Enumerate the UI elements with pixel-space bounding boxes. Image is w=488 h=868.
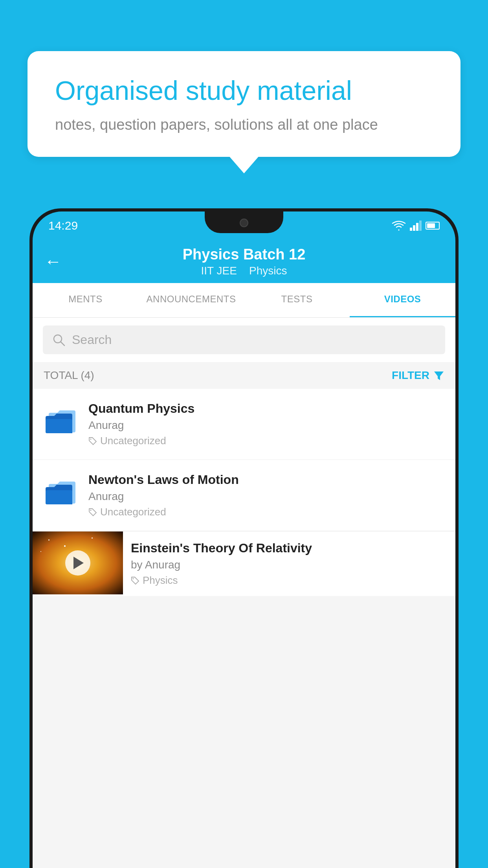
video-title-3: Einstein's Theory Of Relativity — [131, 541, 446, 555]
star-4 — [40, 551, 41, 552]
bubble-subtitle: notes, question papers, solutions all at… — [55, 116, 433, 133]
phone-frame: 14:29 — [29, 208, 459, 868]
video-info-2: Newton's Laws of Motion Anurag Uncategor… — [88, 473, 444, 518]
folder-icon — [46, 405, 77, 433]
svg-rect-8 — [46, 419, 72, 433]
play-triangle — [73, 557, 84, 569]
video-author-3: by Anurag — [131, 559, 446, 571]
status-time: 14:29 — [48, 219, 78, 232]
tab-bar: MENTS ANNOUNCEMENTS TESTS VIDEOS — [33, 283, 455, 318]
search-input-wrap[interactable]: Search — [43, 326, 445, 354]
header-tag2: Physics — [249, 265, 287, 277]
video-tag-2: Uncategorized — [88, 506, 444, 518]
header-title: Physics Batch 12 — [183, 246, 306, 263]
tag-icon — [88, 508, 97, 517]
tag-icon — [88, 437, 97, 445]
svg-point-9 — [90, 438, 92, 440]
header-tag1: IIT JEE — [201, 265, 237, 277]
search-icon — [52, 333, 66, 347]
video-info-3: Einstein's Theory Of Relativity by Anura… — [123, 531, 455, 596]
signal-icon — [410, 221, 422, 231]
svg-point-14 — [133, 578, 134, 579]
folder-icon — [46, 476, 77, 504]
svg-line-5 — [61, 342, 64, 346]
star-2 — [64, 545, 66, 547]
video-thumbnail-img — [33, 531, 123, 594]
svg-point-4 — [54, 335, 62, 343]
video-author-1: Anurag — [88, 419, 444, 432]
svg-rect-2 — [416, 223, 418, 231]
speech-bubble: Organised study material notes, question… — [28, 51, 460, 157]
bubble-title: Organised study material — [55, 75, 433, 107]
video-tag-text-3: Physics — [143, 574, 178, 587]
filter-label: FILTER — [392, 369, 429, 382]
video-tag-text-2: Uncategorized — [100, 506, 166, 518]
video-info-1: Quantum Physics Anurag Uncategorized — [88, 401, 444, 447]
tab-tests[interactable]: TESTS — [244, 283, 350, 317]
status-icons — [392, 221, 440, 231]
list-item[interactable]: Newton's Laws of Motion Anurag Uncategor… — [33, 460, 455, 531]
phone-inner: 14:29 — [33, 211, 455, 868]
star-3 — [92, 537, 93, 539]
svg-point-13 — [90, 509, 92, 511]
video-title-1: Quantum Physics — [88, 401, 444, 416]
star-1 — [48, 539, 50, 541]
tab-videos[interactable]: VIDEOS — [350, 283, 455, 317]
list-item[interactable]: Einstein's Theory Of Relativity by Anura… — [33, 531, 455, 596]
speech-bubble-area: Organised study material notes, question… — [28, 51, 460, 157]
wifi-icon — [392, 221, 406, 231]
search-bar: Search — [33, 318, 455, 362]
notch — [205, 211, 283, 233]
video-tag-3: Physics — [131, 574, 446, 587]
filter-icon — [433, 370, 444, 381]
video-title-2: Newton's Laws of Motion — [88, 473, 444, 487]
app-header: ← Physics Batch 12 IIT JEE Physics — [33, 240, 455, 283]
content-area: Search TOTAL (4) FILTER — [33, 318, 455, 868]
svg-rect-12 — [46, 490, 72, 504]
filter-button[interactable]: FILTER — [392, 369, 444, 382]
total-count: TOTAL (4) — [44, 369, 94, 382]
camera-dot — [240, 219, 248, 227]
svg-rect-0 — [410, 228, 412, 231]
battery-fill — [427, 223, 435, 228]
video-list: Quantum Physics Anurag Uncategorized — [33, 389, 455, 596]
tab-ments[interactable]: MENTS — [33, 283, 138, 317]
video-author-2: Anurag — [88, 490, 444, 503]
header-subtitle: IIT JEE Physics — [183, 265, 306, 277]
header-title-area: Physics Batch 12 IIT JEE Physics — [183, 246, 306, 277]
search-placeholder: Search — [72, 333, 112, 347]
video-thumbnail-1 — [44, 401, 79, 437]
filter-row: TOTAL (4) FILTER — [33, 362, 455, 389]
video-thumbnail-2 — [44, 473, 79, 508]
battery-icon — [426, 222, 440, 230]
play-button[interactable] — [65, 550, 90, 576]
tab-announcements[interactable]: ANNOUNCEMENTS — [138, 283, 244, 317]
video-tag-text-1: Uncategorized — [100, 435, 166, 447]
svg-rect-3 — [419, 221, 422, 231]
video-tag-1: Uncategorized — [88, 435, 444, 447]
back-button[interactable]: ← — [44, 252, 62, 271]
svg-rect-1 — [413, 225, 415, 231]
list-item[interactable]: Quantum Physics Anurag Uncategorized — [33, 389, 455, 460]
tag-icon — [131, 576, 139, 585]
